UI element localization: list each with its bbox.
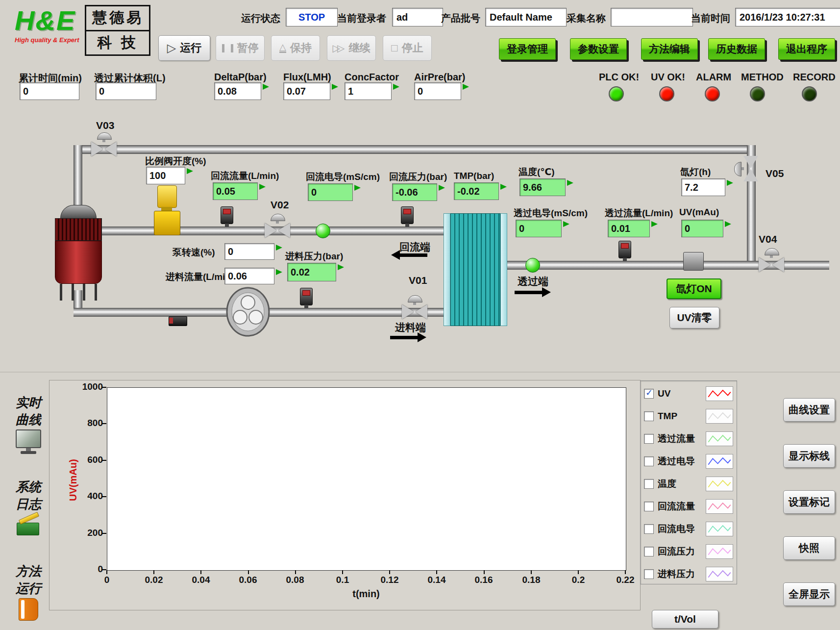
stop-button[interactable]: □停止 [383, 35, 432, 61]
v02-label: V02 [271, 199, 289, 211]
membrane-module [444, 213, 507, 326]
uv-zero-button[interactable]: UV清零 [669, 307, 719, 328]
axis-tick [102, 569, 106, 570]
user-label: 当前登录者 [337, 12, 386, 25]
legend-line-sample [706, 544, 733, 559]
prop-valve-input[interactable]: 100 [146, 167, 185, 184]
axis-tick [436, 570, 437, 574]
legend-label: 回流电导 [658, 523, 702, 535]
hold-button[interactable]: △保持 [271, 35, 320, 61]
pause-icon [222, 44, 233, 52]
alarm-led [705, 86, 720, 101]
axis-tick [102, 423, 106, 424]
run-button[interactable]: ▷运行 [158, 35, 210, 61]
sidebar-item-realtime-curve[interactable]: 实时 曲线 [7, 395, 50, 454]
sidebar-item-system-log[interactable]: 系统 日志 [7, 479, 50, 536]
batch-field[interactable]: Default Name [485, 8, 567, 26]
flag-icon [263, 84, 269, 90]
membrane-left-cap [444, 213, 450, 326]
alarm-label: ALARM [696, 72, 731, 83]
legend-checkbox-perm-cond[interactable] [644, 456, 654, 466]
logo-brand-box: 慧德易 科 技 [85, 5, 150, 56]
fullscreen-button[interactable]: 全屏显示 [783, 582, 835, 606]
legend-checkbox-reflux-pressure[interactable] [644, 547, 654, 556]
logo-tagline: High quality & Expert [15, 36, 79, 44]
feed-flow-input[interactable]: 0.06 [224, 268, 274, 284]
user-field[interactable]: ad [392, 8, 443, 26]
y-tick-label: 200 [73, 528, 103, 538]
logo-he-text: H&E [15, 5, 79, 36]
legend-line-sample [706, 431, 733, 446]
x-tick-label: 0.2 [561, 575, 595, 585]
param-setting-button[interactable]: 参数设置 [570, 38, 627, 60]
legend-item-temperature: 温度 [644, 474, 733, 494]
legend-checkbox-perm-flow[interactable] [644, 434, 654, 444]
monitor-icon [16, 429, 41, 454]
flag-icon [332, 84, 338, 90]
feed-pressure-sensor [300, 288, 313, 305]
legend-checkbox-reflux-flow[interactable] [644, 502, 654, 511]
tank-band [55, 218, 102, 241]
axis-tick [102, 460, 106, 461]
x-tick-label: 0.14 [420, 575, 454, 585]
axis-tick [484, 570, 485, 574]
x-tick-label: 0.08 [278, 575, 312, 585]
hold-icon: △ [279, 43, 286, 53]
exit-program-button[interactable]: 退出程序 [778, 38, 835, 60]
xenon-on-button[interactable]: 氙灯ON [667, 278, 721, 299]
legend-checkbox-reflux-cond[interactable] [644, 524, 654, 534]
curve-settings-button[interactable]: 曲线设置 [783, 398, 835, 422]
uv-mau-label: UV(mAu) [679, 207, 719, 218]
method-edit-button[interactable]: 方法编辑 [641, 38, 698, 60]
x-tick-label: 0.04 [184, 575, 218, 585]
permeate-flow-sensor [618, 241, 631, 258]
flag-icon [651, 221, 658, 227]
show-guides-button[interactable]: 显示标线 [783, 444, 835, 468]
run-status-value: STOP [286, 8, 338, 26]
flag-icon [463, 84, 469, 90]
legend-checkbox-temperature[interactable] [644, 479, 654, 489]
plot-area [107, 387, 626, 571]
uv-flow-cell [683, 252, 704, 271]
concfactor-label: ConcFactor [345, 72, 399, 83]
x-tick-label: 0.16 [467, 575, 501, 585]
legend-checkbox-uv[interactable] [644, 389, 654, 399]
history-data-button[interactable]: 历史数据 [708, 38, 765, 60]
continue-button[interactable]: ▷▷继续 [327, 35, 376, 61]
legend-line-sample [706, 522, 733, 536]
axis-tick [102, 496, 106, 497]
legend-label: UV [658, 388, 702, 399]
set-marks-button[interactable]: 设置标记 [783, 490, 835, 514]
total-time-value: 0 [20, 82, 79, 100]
login-manage-button[interactable]: 登录管理 [499, 38, 556, 60]
log-pencil-icon [16, 514, 41, 536]
deltap-value: 0.08 [214, 82, 261, 100]
membrane-body [450, 213, 500, 326]
prop-valve-label: 比例阀开度(%) [145, 155, 206, 168]
continue-icon: ▷▷ [333, 42, 345, 54]
x-axis-label: t(min) [342, 588, 391, 600]
proportional-valve [154, 185, 179, 234]
t-vol-toggle-button[interactable]: t/Vol [652, 610, 718, 629]
pause-button[interactable]: 暂停 [216, 35, 265, 61]
sidebar-item-method-run[interactable]: 方法 运行 [7, 564, 50, 621]
legend-line-sample [706, 409, 733, 424]
reflux-pressure-value: -0.06 [392, 183, 437, 201]
feed-flow-arrow [390, 332, 426, 342]
reflux-flow-label: 回流流量(L/min) [211, 170, 279, 182]
legend-checkbox-feed-pressure[interactable] [644, 569, 654, 579]
x-tick-label: 0 [90, 575, 124, 585]
snapshot-button[interactable]: 快照 [783, 536, 835, 560]
flag-icon [276, 269, 282, 275]
concfactor-value: 1 [345, 82, 392, 100]
flag-icon [439, 185, 445, 191]
legend-label: 透过电导 [658, 455, 702, 468]
pump-speed-input[interactable]: 0 [224, 243, 274, 260]
xenon-hours-input[interactable]: 7.2 [681, 178, 725, 196]
v01-label: V01 [409, 275, 427, 286]
legend-label: 透过流量 [658, 432, 702, 445]
legend-checkbox-tmp[interactable] [644, 411, 654, 421]
drain-fitting [169, 316, 187, 326]
acq-name-field[interactable] [611, 8, 693, 26]
reflux-flow-value: 0.05 [213, 182, 258, 200]
